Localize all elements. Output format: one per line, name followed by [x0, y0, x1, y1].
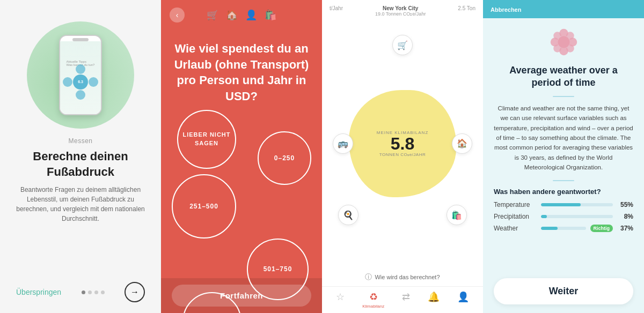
stat-temperature-bar [541, 203, 581, 206]
bottom-nav: ☆ ♻ Klimabilanz ⇄ 🔔 👤 [322, 286, 483, 313]
icon-person: 👤 [245, 9, 257, 21]
home-nav-icon: ☆ [336, 291, 345, 303]
quiz-question: Wie viel spendest du an Urlaub (ohne Tra… [161, 30, 322, 110]
panel4-footer: Weiter [483, 272, 644, 313]
stat-temperature-label: Temperature [494, 201, 537, 208]
next-button[interactable]: → [125, 282, 145, 302]
panel4-content: Average weather over a period of time Cl… [483, 18, 644, 272]
bubble-501-750[interactable]: 501–750 [247, 239, 309, 300]
bubble-lieber-nicht[interactable]: LIEBER NICHTSAGEN [177, 110, 236, 169]
stat-precipitation-label: Precipitation [494, 213, 537, 220]
node-right[interactable]: 🏠 [452, 133, 472, 154]
back-button[interactable]: ‹ [170, 8, 185, 23]
dot-4 [101, 290, 105, 294]
nav-profile[interactable]: 👤 [457, 291, 469, 309]
stat-weather-bar-container [541, 227, 586, 230]
panel1-description: Beantworte Fragen zu deinem alltäglichen… [11, 185, 150, 223]
stat-temperature-bar-container [541, 203, 613, 206]
calc-link[interactable]: ⓘ Wie wird das berechnet? [322, 268, 483, 286]
profile-nav-icon: 👤 [457, 291, 469, 303]
klimabilanz-value: 5.8 [377, 135, 429, 152]
klimabilanz-nav-label: Klimabilanz [362, 304, 384, 309]
phone-screen: Aktuelle TippsWas kannst du tun? 6.3 [60, 41, 101, 114]
panel4-description: Climate and weather are not the same thi… [494, 103, 633, 173]
stat-weather-pct: 37% [617, 225, 633, 232]
stat-temperature: Temperature 55% [494, 201, 633, 208]
panel-weather-info: Abbrechen Average weather over a period … [483, 0, 644, 313]
bell-nav-icon: 🔔 [428, 291, 440, 303]
panel4-subtitle: Was haben andere geantwortet? [494, 188, 633, 196]
info-icon: ⓘ [365, 272, 372, 282]
panel1-navigation: Überspringen → [11, 282, 150, 302]
calc-text: Wie wird das berechnet? [375, 274, 440, 280]
panel-measure: Aktuelle TippsWas kannst du tun? 6.3 Mes… [0, 0, 161, 313]
petal-top [76, 64, 85, 74]
stat-weather-bar [541, 227, 558, 230]
skip-button[interactable]: Überspringen [16, 288, 61, 296]
panel1-title: Berechne deinen Fußabdruck [11, 149, 150, 180]
stat-precipitation-bar [541, 215, 547, 218]
stat-precipitation-pct: 8% [617, 213, 633, 220]
phone-circle: Aktuelle TippsWas kannst du tun? 6.3 [27, 21, 134, 129]
node-top[interactable]: 🛒 [392, 35, 413, 55]
weiter-button[interactable]: Weiter [494, 278, 633, 304]
stat-precipitation-bar-container [541, 215, 613, 218]
stat-weather: Weather Richtig 37% [494, 225, 633, 232]
label-right: 2.5 Ton [458, 5, 475, 11]
petal-right [89, 77, 98, 87]
city-label: New York City 19.0 Tonnen CO₂e/Jahr [375, 5, 426, 17]
compare-nav-icon: ⇄ [402, 291, 410, 303]
phone-value: 6.3 [73, 74, 88, 90]
panel3-header: t/Jahr New York City 19.0 Tonnen CO₂e/Ja… [322, 0, 483, 19]
abort-button[interactable]: Abbrechen [491, 6, 521, 13]
panel-klimabilanz: t/Jahr New York City 19.0 Tonnen CO₂e/Ja… [322, 0, 483, 313]
label-left: t/Jahr [330, 5, 343, 11]
dot-1 [82, 290, 85, 294]
node-left[interactable]: 🚌 [333, 133, 353, 154]
panel-quiz: ‹ 🛒 🏠 👤 🛍️ Wie viel spendest du an Urlau… [161, 0, 322, 313]
bubble-251-500[interactable]: 251–500 [172, 174, 236, 239]
icon-food: 🛒 [207, 9, 218, 21]
answer-bubbles: LIEBER NICHTSAGEN 0–250 251–500 501–750 … [161, 110, 322, 278]
stat-weather-label: Weather [494, 225, 537, 232]
pagination-dots [82, 290, 105, 294]
petal-bottom [76, 90, 85, 100]
klimabilanz-visualization: 🛒 🚌 🏠 🍳 🛍️ MEINE KLIMABILANZ 5.8 TONNEN … [322, 19, 483, 268]
nav-notifications[interactable]: 🔔 [428, 291, 440, 309]
stat-precipitation: Precipitation 8% [494, 213, 633, 220]
petal-left [63, 77, 72, 87]
nav-klimabilanz[interactable]: ♻ Klimabilanz [362, 291, 384, 309]
richtig-badge: Richtig [590, 225, 613, 232]
stat-temperature-pct: 55% [617, 201, 633, 208]
panel4-top-bar: Abbrechen [483, 0, 644, 18]
nav-home[interactable]: ☆ [336, 291, 345, 309]
node-bottom-left[interactable]: 🍳 [338, 205, 358, 225]
phone-flower: 6.3 [67, 69, 94, 95]
svg-point-8 [558, 36, 569, 48]
klimabilanz-center: MEINE KLIMABILANZ 5.8 TONNEN CO₂e/JAHR [377, 130, 429, 157]
bubble-0-250[interactable]: 0–250 [258, 131, 311, 185]
flower-decoration [549, 27, 579, 57]
flower-icon-container [547, 26, 580, 58]
divider-2 [553, 180, 574, 181]
icon-bag: 🛍️ [265, 9, 276, 21]
dot-2 [88, 290, 92, 294]
klimabilanz-unit: TONNEN CO₂e/JAHR [377, 152, 429, 157]
klimabilanz-nav-icon: ♻ [369, 291, 378, 303]
panel4-title: Average weather over a period of time [494, 64, 633, 90]
panel2-header: ‹ 🛒 🏠 👤 🛍️ [161, 0, 322, 30]
node-bottom-right[interactable]: 🛍️ [447, 205, 467, 225]
divider-1 [553, 96, 574, 97]
phone-mockup: Aktuelle TippsWas kannst du tun? 6.3 [59, 35, 102, 115]
icon-home: 🏠 [226, 9, 238, 21]
progress-icons: 🛒 🏠 👤 🛍️ [207, 9, 276, 21]
dot-3 [94, 290, 98, 294]
nav-compare[interactable]: ⇄ [402, 291, 410, 309]
panel1-category-label: Messen [68, 137, 92, 145]
